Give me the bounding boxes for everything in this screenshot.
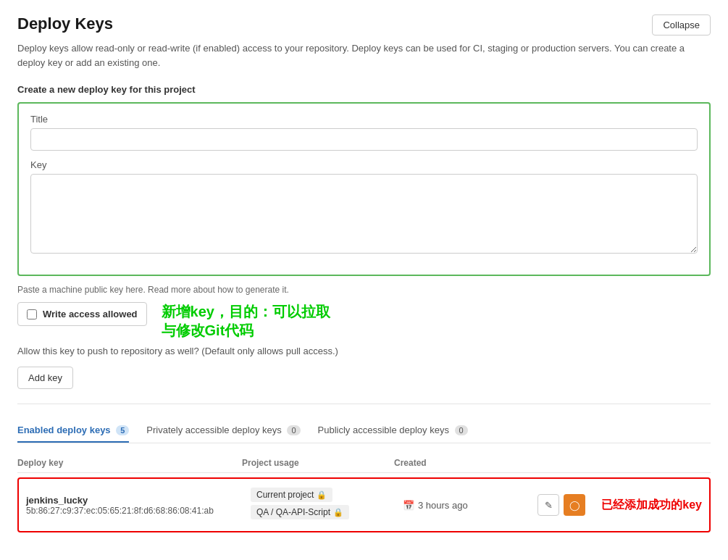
key-usage: Current project 🔒 QA / QA-API-Script 🔒 [251,488,403,522]
title-field-group: Title [30,114,698,151]
add-key-button[interactable]: Add key [17,367,73,389]
create-form-title: Create a new deploy key for this project [17,84,711,95]
write-access-checkbox[interactable] [27,309,37,319]
added-annotation: 已经添加成功的key [601,498,702,513]
lock-icon: 🔒 [333,508,343,517]
key-field-group: Key [30,159,698,256]
write-access-wrapper: Write access allowed 新增key，目的：可以拉取 与修改Gi… [17,302,711,340]
enabled-count-badge: 5 [116,425,129,435]
write-access-box: Write access allowed [17,302,147,326]
lock-icon: 🔒 [317,490,327,500]
private-count-badge: 0 [287,425,300,435]
key-name: jenkins_lucky [26,495,251,506]
delete-key-button[interactable]: ◯ [564,494,585,516]
collapse-button[interactable]: Collapse [652,14,711,35]
table-row: jenkins_lucky 5b:86:27:c9:37:ec:05:65:21… [17,477,711,532]
description-text: Deploy keys allow read-only or read-writ… [17,41,711,70]
key-input[interactable] [30,174,698,254]
edit-key-button[interactable]: ✎ [537,494,559,516]
annotation-text: 新增key，目的：可以拉取 与修改Git代码 [162,302,330,340]
title-input[interactable] [30,128,698,151]
tab-public[interactable]: Publicly accessible deploy keys 0 [318,419,468,443]
tab-enabled[interactable]: Enabled deploy keys 5 [17,419,129,443]
tab-private[interactable]: Privately accessible deploy keys 0 [146,419,300,443]
create-deploy-key-form: Title Key [17,102,711,276]
table-header: Deploy key Project usage Created [17,454,711,473]
key-created: 📅 3 hours ago [403,500,537,511]
hint-text: Paste a machine public key here. Read mo… [17,285,711,295]
page-title: Deploy Keys [17,14,113,33]
usage-tag: QA / QA-API-Script 🔒 [251,505,349,519]
col-header-created: Created [394,458,653,468]
key-info: jenkins_lucky 5b:86:27:c9:37:ec:05:65:21… [26,495,251,516]
allow-push-text: Allow this key to push to repository as … [17,346,711,356]
key-label: Key [30,159,698,170]
public-count-badge: 0 [455,425,468,435]
title-label: Title [30,114,698,125]
deploy-keys-tabs: Enabled deploy keys 5 Privately accessib… [17,419,711,443]
deploy-keys-list: jenkins_lucky 5b:86:27:c9:37:ec:05:65:21… [17,477,711,532]
usage-tag: Current project 🔒 [251,488,332,502]
divider [17,404,711,404]
key-actions: ✎ ◯ 已经添加成功的key [537,494,702,516]
calendar-icon: 📅 [403,500,414,511]
col-header-key: Deploy key [17,458,242,468]
col-header-usage: Project usage [242,458,394,468]
key-fingerprint: 5b:86:27:c9:37:ec:05:65:21:8f:d6:68:86:0… [26,506,251,516]
write-access-label: Write access allowed [43,309,138,319]
